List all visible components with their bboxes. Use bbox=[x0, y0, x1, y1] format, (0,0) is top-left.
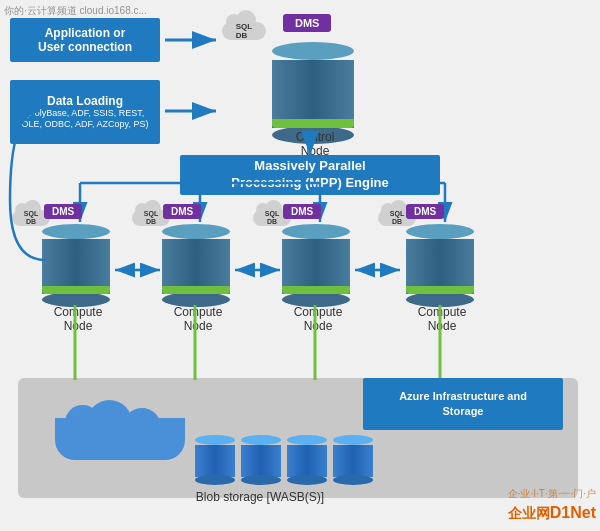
compute4-cylinder bbox=[406, 224, 474, 307]
compute4-label: ComputeNode bbox=[408, 305, 476, 333]
watermark-brand-text: 企·业·I·T·第·一·门·户 bbox=[508, 487, 596, 501]
compute1-label: ComputeNode bbox=[44, 305, 112, 333]
compute2-dms-badge: DMS bbox=[163, 204, 201, 219]
compute2-label: ComputeNode bbox=[164, 305, 232, 333]
watermark-brand-logo: 企业网D1Net bbox=[508, 504, 596, 523]
blob-cloud bbox=[55, 400, 185, 470]
top-dms-badge: DMS bbox=[283, 14, 331, 32]
data-loading-box: Data Loading (PolyBase, ADF, SSIS, REST,… bbox=[10, 80, 160, 144]
azure-box: Azure Infrastructure and Storage bbox=[363, 378, 563, 430]
watermark-top: 你的·云计算频道 cloud.io168.c... bbox=[4, 4, 147, 18]
data-loading-title: Data Loading bbox=[47, 94, 123, 108]
mpp-engine-box: Massively Parallel Processing (MPP) Engi… bbox=[180, 155, 440, 195]
blob-storage-label: Blob storage [WASB(S)] bbox=[150, 490, 370, 504]
compute3-cylinder bbox=[282, 224, 350, 307]
blob-cylinders bbox=[195, 435, 373, 485]
compute1-dms-badge: DMS bbox=[44, 204, 82, 219]
azure-label: Azure Infrastructure and Storage bbox=[399, 389, 527, 420]
app-box-label: Application or User connection bbox=[38, 26, 132, 54]
mpp-label: Massively Parallel Processing (MPP) Engi… bbox=[231, 158, 388, 192]
compute1-cylinder bbox=[42, 224, 110, 307]
application-box: Application or User connection bbox=[10, 18, 160, 62]
control-node-label: Control Node bbox=[275, 130, 355, 158]
compute2-cylinder bbox=[162, 224, 230, 307]
top-sqldb-label: SQLDB bbox=[236, 22, 252, 40]
control-node-cylinder bbox=[272, 42, 354, 144]
compute4-dms-badge: DMS bbox=[406, 204, 444, 219]
compute3-label: ComputeNode bbox=[284, 305, 352, 333]
compute3-dms-badge: DMS bbox=[283, 204, 321, 219]
data-loading-subtitle: (PolyBase, ADF, SSIS, REST, OLE, ODBC, A… bbox=[22, 108, 149, 130]
top-sqldb-cloud: SQLDB bbox=[222, 10, 266, 52]
